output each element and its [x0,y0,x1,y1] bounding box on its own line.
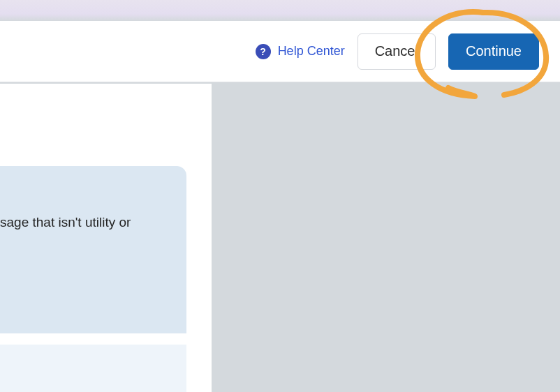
info-card-inner [0,345,186,392]
info-card [0,166,186,333]
continue-button[interactable]: Continue [448,33,539,70]
viewport: ? Help Center Cancel Continue sage that … [0,0,560,392]
cancel-button[interactable]: Cancel [358,33,436,70]
help-icon: ? [256,44,271,59]
help-center-link[interactable]: ? Help Center [256,44,345,59]
continue-button-label: Continue [466,43,522,59]
cancel-button-label: Cancel [375,43,418,59]
info-card-text: sage that isn't utility or [0,213,182,232]
help-center-label: Help Center [278,44,345,59]
header-bar: ? Help Center Cancel Continue [0,21,560,82]
help-icon-glyph: ? [260,47,266,56]
